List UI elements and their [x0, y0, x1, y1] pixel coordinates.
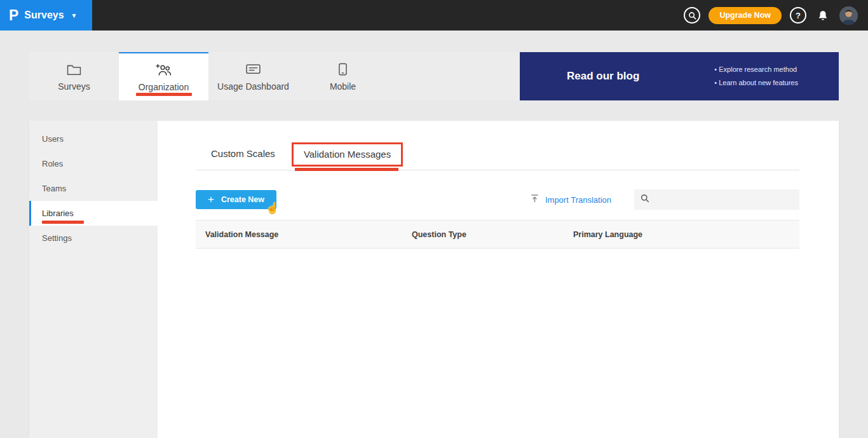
nav-tab-label: Mobile	[330, 81, 356, 92]
nav-tab-label: Surveys	[58, 81, 90, 92]
create-new-label: Create New	[221, 195, 264, 204]
nav-tab-label: Usage Dashboard	[217, 81, 289, 92]
blog-bullet-list: Explore research method Learn about new …	[714, 63, 798, 90]
organization-people-icon	[156, 62, 172, 76]
create-new-button[interactable]: + Create New	[196, 190, 276, 209]
nav-tab-surveys[interactable]: Surveys	[29, 52, 119, 100]
toolbar-right: Import Translation	[530, 189, 799, 210]
blog-panel[interactable]: Read our blog Explore research method Le…	[520, 52, 839, 100]
search-icon[interactable]	[684, 7, 700, 24]
primary-nav: Surveys Organization Usage Dashboard	[29, 52, 839, 100]
toolbar: + Create New ☝ Import Translation	[196, 189, 799, 210]
primary-nav-tabs: Surveys Organization Usage Dashboard	[29, 52, 388, 100]
table-header-row: Validation Message Question Type Primary…	[196, 220, 799, 249]
sidebar-item-settings[interactable]: Settings	[29, 226, 158, 250]
sidebar-item-roles[interactable]: Roles	[29, 151, 158, 176]
sidebar-item-users[interactable]: Users	[29, 127, 158, 151]
folder-icon	[67, 62, 81, 76]
brand-logo: P	[9, 8, 18, 23]
topbar: P Surveys ▼ Upgrade Now ?	[0, 0, 868, 31]
tab-label: Validation Messages	[304, 149, 391, 160]
tab-validation-messages[interactable]: Validation Messages	[292, 142, 403, 167]
sidebar-item-libraries[interactable]: Libraries	[29, 201, 158, 226]
blog-title: Read our blog	[567, 70, 639, 83]
import-icon	[530, 194, 539, 205]
brand-product-name: Surveys	[24, 10, 64, 21]
topbar-actions: Upgrade Now ?	[684, 6, 868, 25]
column-header-question-type: Question Type	[412, 230, 573, 239]
help-icon[interactable]: ?	[790, 7, 806, 24]
plus-icon: +	[208, 194, 214, 205]
main-card: Users Roles Teams Libraries Settings Cus…	[29, 121, 839, 438]
settings-sidebar: Users Roles Teams Libraries Settings	[29, 121, 158, 438]
sidebar-item-label: Roles	[42, 159, 63, 168]
sidebar-item-label: Users	[42, 134, 64, 144]
mobile-icon	[339, 62, 347, 76]
sidebar-item-teams[interactable]: Teams	[29, 176, 158, 201]
column-header-primary-language: Primary Language	[573, 230, 799, 239]
library-tabs: Custom Scales Validation Messages	[196, 121, 799, 170]
sidebar-item-label: Teams	[42, 184, 66, 193]
tab-custom-scales[interactable]: Custom Scales	[211, 148, 275, 170]
import-translation-label: Import Translation	[545, 195, 611, 205]
avatar[interactable]	[839, 6, 858, 25]
dashboard-icon	[246, 62, 261, 76]
brand-switcher[interactable]: P Surveys ▼	[0, 0, 92, 31]
blog-bullet: Explore research method	[714, 63, 798, 76]
upgrade-now-button[interactable]: Upgrade Now	[709, 7, 782, 24]
sidebar-item-label: Settings	[42, 233, 72, 243]
libraries-content: Custom Scales Validation Messages + Crea…	[158, 121, 839, 438]
nav-tab-label: Organization	[139, 82, 189, 92]
nav-tab-usage-dashboard[interactable]: Usage Dashboard	[208, 52, 298, 100]
search-icon	[641, 194, 649, 205]
chevron-down-icon: ▼	[71, 12, 78, 19]
import-translation-link[interactable]: Import Translation	[530, 194, 611, 205]
search-input[interactable]	[654, 195, 793, 205]
annotation-underline-libraries	[42, 221, 84, 224]
sidebar-item-label: Libraries	[42, 209, 74, 218]
nav-tab-organization[interactable]: Organization	[119, 52, 208, 100]
nav-tab-mobile[interactable]: Mobile	[298, 52, 388, 100]
blog-bullet: Learn about new features	[714, 76, 798, 90]
column-header-validation-message: Validation Message	[196, 230, 412, 239]
search-box[interactable]	[634, 189, 799, 210]
annotation-underline-organization	[136, 93, 192, 96]
notifications-icon[interactable]	[815, 7, 831, 24]
